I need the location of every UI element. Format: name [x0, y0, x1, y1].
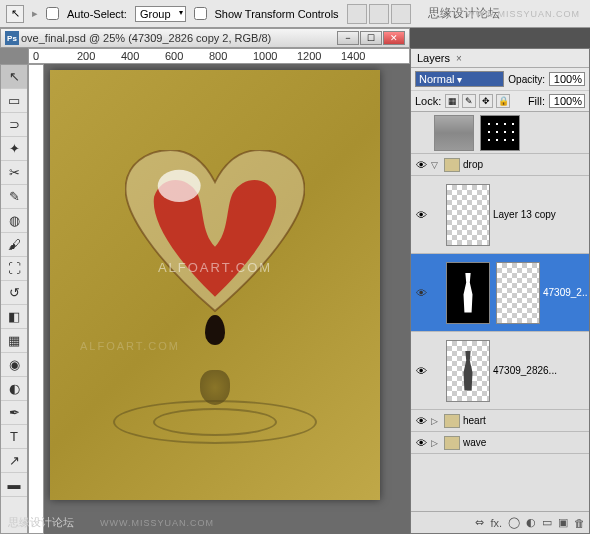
history-tool[interactable]: ↺ — [1, 281, 27, 305]
canvas-watermark: ALFOART.COM — [158, 260, 272, 275]
show-transform-label: Show Transform Controls — [215, 8, 339, 20]
layer-name[interactable]: 47309_2826... — [493, 365, 587, 376]
layer-list[interactable]: 👁 ▽ drop 👁 Layer 13 copy 👁 47309_2... 👁 … — [411, 112, 589, 511]
expand-icon[interactable]: ▷ — [431, 416, 441, 426]
auto-select-checkbox[interactable] — [46, 7, 59, 20]
layer-row[interactable]: 👁 47309_2826... — [411, 332, 589, 410]
align-btn[interactable] — [347, 4, 367, 24]
maximize-button[interactable]: ☐ — [360, 31, 382, 45]
link-layers-icon[interactable]: ⇔ — [475, 516, 484, 529]
blend-mode-select[interactable]: Normal ▾ — [415, 71, 504, 87]
layers-footer: ⇔ fx. ◯ ◐ ▭ ▣ 🗑 — [411, 511, 589, 533]
wand-tool[interactable]: ✦ — [1, 137, 27, 161]
folder-icon — [444, 158, 460, 172]
visibility-icon[interactable] — [413, 125, 429, 141]
layer-name[interactable]: wave — [463, 437, 587, 448]
group-row[interactable]: 👁 ▷ heart — [411, 410, 589, 432]
visibility-icon[interactable]: 👁 — [413, 285, 429, 301]
eraser-tool[interactable]: ◧ — [1, 305, 27, 329]
opacity-field[interactable]: 100% — [549, 72, 585, 86]
trash-icon[interactable]: 🗑 — [574, 517, 585, 529]
move-tool-icon[interactable]: ↖ — [6, 5, 24, 23]
layer-row-selected[interactable]: 👁 47309_2... — [411, 254, 589, 332]
layer-thumb[interactable] — [446, 262, 490, 324]
crop-tool[interactable]: ✂ — [1, 161, 27, 185]
lock-pixels-icon[interactable]: ✎ — [462, 94, 476, 108]
shape-tool[interactable]: ▬ — [1, 473, 27, 497]
text-tool[interactable]: T — [1, 425, 27, 449]
visibility-icon[interactable]: 👁 — [413, 157, 429, 173]
show-transform-checkbox[interactable] — [194, 7, 207, 20]
layer-name[interactable]: heart — [463, 415, 587, 426]
fill-label: Fill: — [528, 95, 545, 107]
mask-thumb[interactable] — [496, 262, 540, 324]
ripple-artwork — [85, 380, 345, 460]
canvas-watermark: ALFOART.COM — [80, 340, 180, 352]
layer-name[interactable]: drop — [463, 159, 587, 170]
document-window: Ps ove_final.psd @ 25% (47309_2826 copy … — [0, 28, 410, 534]
align-btn[interactable] — [391, 4, 411, 24]
stamp-tool[interactable]: ⛶ — [1, 257, 27, 281]
path-tool[interactable]: ↗ — [1, 449, 27, 473]
layer-thumb[interactable] — [446, 184, 490, 246]
new-layer-icon[interactable]: ▣ — [558, 516, 568, 529]
watermark-url: WWW.MISSYUAN.COM — [466, 9, 580, 19]
opacity-label: Opacity: — [508, 74, 545, 85]
auto-select-dropdown[interactable]: Group — [135, 6, 186, 22]
lock-all-icon[interactable]: 🔒 — [496, 94, 510, 108]
heal-tool[interactable]: ◍ — [1, 209, 27, 233]
brush-tool[interactable]: 🖌 — [1, 233, 27, 257]
ruler-vertical[interactable] — [28, 64, 44, 534]
new-group-icon[interactable]: ▭ — [542, 516, 552, 529]
auto-select-label: Auto-Select: — [67, 8, 127, 20]
layer-thumb[interactable] — [434, 115, 474, 151]
move-tool[interactable]: ↖ — [1, 65, 27, 89]
visibility-icon[interactable]: 👁 — [413, 413, 429, 429]
ruler-horizontal[interactable]: 0 200 400 600 800 1000 1200 1400 — [28, 48, 410, 64]
pen-tool[interactable]: ✒ — [1, 401, 27, 425]
fx-icon[interactable]: fx. — [490, 517, 502, 529]
close-button[interactable]: ✕ — [383, 31, 405, 45]
layers-panel: Layers× Normal ▾ Opacity: 100% Lock: ▦ ✎… — [410, 48, 590, 534]
lasso-tool[interactable]: ⊃ — [1, 113, 27, 137]
layers-tab[interactable]: Layers× — [411, 49, 589, 68]
gradient-tool[interactable]: ▦ — [1, 329, 27, 353]
document-titlebar[interactable]: Ps ove_final.psd @ 25% (47309_2826 copy … — [0, 28, 410, 48]
expand-icon[interactable]: ▷ — [431, 438, 441, 448]
canvas[interactable]: ALFOART.COM ALFOART.COM — [50, 70, 380, 500]
dodge-tool[interactable]: ◐ — [1, 377, 27, 401]
lock-transparency-icon[interactable]: ▦ — [445, 94, 459, 108]
watermark-url: WWW.MISSYUAN.COM — [100, 518, 214, 528]
layer-name[interactable]: Layer 13 copy — [493, 209, 587, 220]
group-row[interactable]: 👁 ▽ drop — [411, 154, 589, 176]
layer-row[interactable]: 👁 Layer 13 copy — [411, 176, 589, 254]
toolbox: ↖ ▭ ⊃ ✦ ✂ ✎ ◍ 🖌 ⛶ ↺ ◧ ▦ ◉ ◐ ✒ T ↗ ▬ — [0, 64, 28, 534]
eyedropper-tool[interactable]: ✎ — [1, 185, 27, 209]
watermark-cn: 思缘设计论坛 — [8, 515, 74, 530]
drop-artwork — [205, 315, 225, 345]
canvas-area[interactable]: ALFOART.COM ALFOART.COM — [44, 64, 410, 534]
adjustment-icon[interactable]: ◐ — [526, 516, 536, 529]
close-tab-icon[interactable]: × — [456, 53, 462, 64]
marquee-tool[interactable]: ▭ — [1, 89, 27, 113]
visibility-icon[interactable]: 👁 — [413, 207, 429, 223]
fill-field[interactable]: 100% — [549, 94, 585, 108]
minimize-button[interactable]: − — [337, 31, 359, 45]
layer-name[interactable]: 47309_2... — [543, 287, 587, 298]
folder-icon — [444, 414, 460, 428]
align-buttons — [347, 4, 411, 24]
visibility-icon[interactable]: 👁 — [413, 435, 429, 451]
mask-icon[interactable]: ◯ — [508, 516, 520, 529]
align-btn[interactable] — [369, 4, 389, 24]
lock-label: Lock: — [415, 95, 441, 107]
heart-artwork — [125, 150, 305, 320]
expand-icon[interactable]: ▽ — [431, 160, 441, 170]
blur-tool[interactable]: ◉ — [1, 353, 27, 377]
mask-thumb[interactable] — [480, 115, 520, 151]
lock-position-icon[interactable]: ✥ — [479, 94, 493, 108]
layer-row[interactable] — [411, 112, 589, 154]
visibility-icon[interactable]: 👁 — [413, 363, 429, 379]
group-row[interactable]: 👁 ▷ wave — [411, 432, 589, 454]
layer-thumb[interactable] — [446, 340, 490, 402]
folder-icon — [444, 436, 460, 450]
